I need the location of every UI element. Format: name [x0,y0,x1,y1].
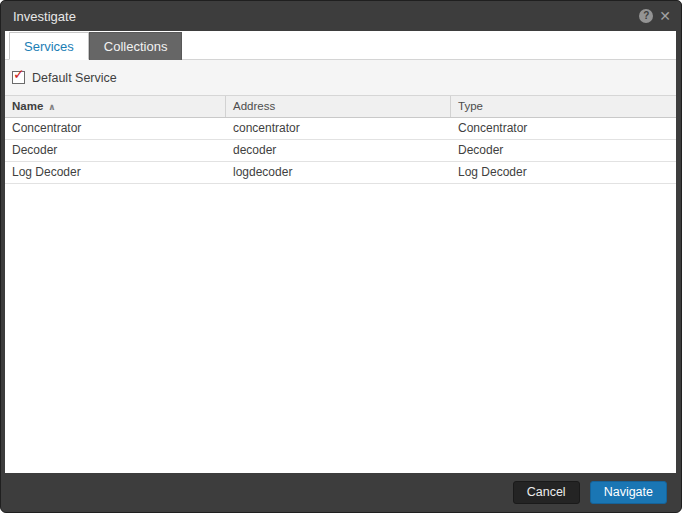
checkmark-icon: ✓ [13,66,25,82]
tab-strip: Services Collections [5,31,676,60]
column-header-type[interactable]: Type [451,96,676,117]
help-icon[interactable]: ? [639,9,653,23]
dialog-titlebar: Investigate ? ✕ [1,1,681,31]
tab-services[interactable]: Services [9,32,89,60]
default-service-checkbox[interactable]: ✓ [12,71,25,84]
titlebar-icons: ? ✕ [639,9,672,23]
column-header-type-label: Type [458,96,483,117]
default-service-label: Default Service [32,71,117,85]
cell-name: Concentrator [5,118,226,139]
table-row[interactable]: Concentrator concentrator Concentrator [5,118,676,140]
toolbar: ✓ Default Service [5,60,676,96]
navigate-button[interactable]: Navigate [590,481,667,504]
cell-type: Log Decoder [451,162,676,183]
cell-type: Concentrator [451,118,676,139]
cell-address: logdecoder [226,162,451,183]
table-header: Name ∧ Address Type [5,96,676,118]
investigate-dialog: Investigate ? ✕ Services Collections ✓ D… [0,0,682,513]
cell-name: Decoder [5,140,226,161]
column-header-address-label: Address [233,96,275,117]
cancel-button[interactable]: Cancel [513,481,580,504]
table-empty-area [5,184,676,473]
column-header-address[interactable]: Address [226,96,451,117]
column-header-name[interactable]: Name ∧ [5,96,226,117]
close-icon[interactable]: ✕ [658,9,672,23]
cell-type: Decoder [451,140,676,161]
cell-address: concentrator [226,118,451,139]
sort-asc-icon: ∧ [48,102,55,112]
table-row[interactable]: Log Decoder logdecoder Log Decoder [5,162,676,184]
cell-address: decoder [226,140,451,161]
cell-name: Log Decoder [5,162,226,183]
dialog-content: Services Collections ✓ Default Service N… [5,31,676,473]
column-header-name-label: Name [12,96,43,117]
dialog-title: Investigate [13,9,639,24]
dialog-footer: Cancel Navigate [1,473,681,512]
table-row[interactable]: Decoder decoder Decoder [5,140,676,162]
tab-collections[interactable]: Collections [89,32,183,60]
